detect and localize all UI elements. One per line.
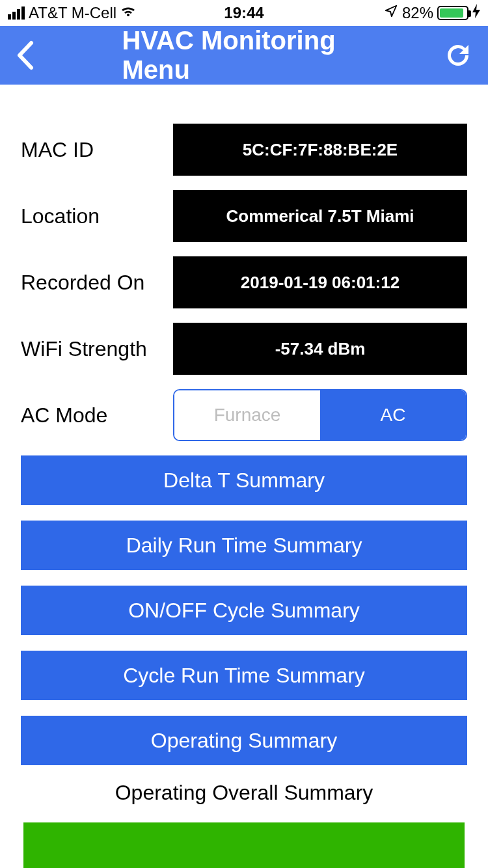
location-value: Commerical 7.5T Miami (173, 190, 467, 242)
location-label: Location (21, 204, 173, 228)
cell-signal-icon (8, 7, 25, 20)
carrier-label: AT&T M-Cell (29, 4, 116, 22)
daily-run-time-summary-button[interactable]: Daily Run Time Summary (21, 521, 467, 570)
mode-option-furnace[interactable]: Furnace (174, 390, 320, 440)
refresh-button[interactable] (444, 41, 472, 70)
wifi-strength-row: WiFi Strength -57.34 dBm (21, 323, 467, 375)
content: MAC ID 5C:CF:7F:88:BE:2E Location Commer… (0, 85, 488, 805)
page-title: HVAC Monitoring Menu (122, 26, 366, 85)
location-arrow-icon (384, 4, 398, 22)
recorded-on-value: 2019-01-19 06:01:12 (173, 256, 467, 308)
wifi-strength-value: -57.34 dBm (173, 323, 467, 375)
recorded-on-row: Recorded On 2019-01-19 06:01:12 (21, 256, 467, 308)
mac-id-value: 5C:CF:7F:88:BE:2E (173, 124, 467, 176)
status-left: AT&T M-Cell (8, 4, 136, 22)
onoff-cycle-summary-button[interactable]: ON/OFF Cycle Summary (21, 586, 467, 635)
back-button[interactable] (16, 39, 35, 72)
ac-mode-label: AC Mode (21, 403, 173, 427)
delta-t-summary-button[interactable]: Delta T Summary (21, 455, 467, 505)
status-right: 82% (384, 4, 480, 22)
wifi-strength-label: WiFi Strength (21, 337, 173, 361)
battery-icon (437, 6, 468, 20)
mac-id-label: MAC ID (21, 138, 173, 162)
wifi-icon (120, 5, 136, 21)
charging-icon (472, 4, 480, 22)
ac-mode-row: AC Mode Furnace AC (21, 389, 467, 441)
ac-mode-segmented: Furnace AC (173, 389, 467, 441)
mac-id-row: MAC ID 5C:CF:7F:88:BE:2E (21, 124, 467, 176)
battery-pct-label: 82% (402, 4, 433, 22)
operating-overall-summary-title: Operating Overall Summary (21, 781, 467, 805)
status-bar: AT&T M-Cell 19:44 82% (0, 0, 488, 26)
mode-option-ac[interactable]: AC (320, 390, 466, 440)
nav-bar: HVAC Monitoring Menu (0, 26, 488, 85)
operating-overall-summary-button[interactable] (23, 822, 465, 868)
location-row: Location Commerical 7.5T Miami (21, 190, 467, 242)
clock-label: 19:44 (224, 4, 264, 22)
cycle-run-time-summary-button[interactable]: Cycle Run Time Summary (21, 651, 467, 700)
operating-summary-button[interactable]: Operating Summary (21, 716, 467, 765)
recorded-on-label: Recorded On (21, 271, 173, 295)
